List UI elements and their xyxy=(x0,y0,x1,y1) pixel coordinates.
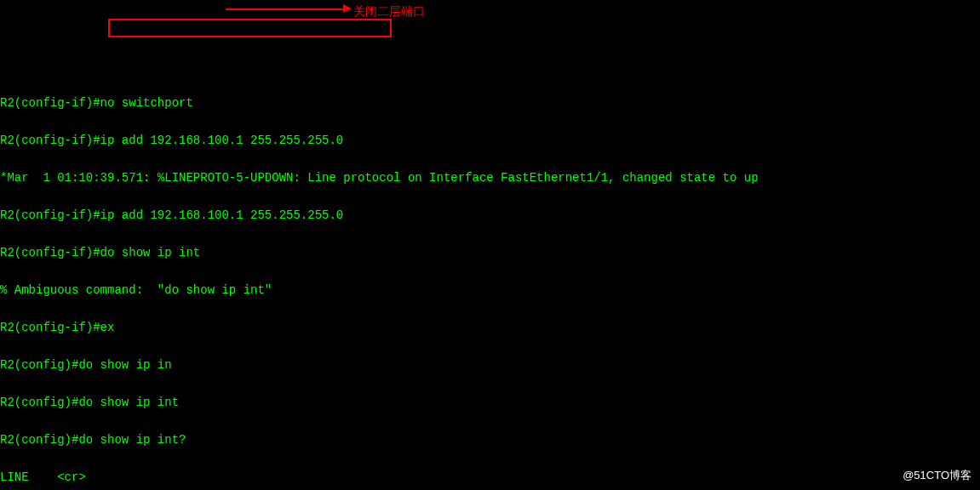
cli-line: % Ambiguous command: "do show ip int" xyxy=(0,281,980,299)
cli-line: *Mar 1 01:10:39.571: %LINEPROTO-5-UPDOWN… xyxy=(0,168,980,187)
cli-line: R2(config)#do show ip in xyxy=(0,356,980,374)
terminal-output: R2(config-if)#no switchport R2(config-if… xyxy=(0,75,980,490)
annotation-arrow-head xyxy=(343,4,352,13)
cli-line: LINE <cr> xyxy=(0,468,980,487)
cli-line: R2(config-if)#ex xyxy=(0,318,980,337)
annotation-highlight-box xyxy=(108,19,392,37)
watermark: @51CTO博客 xyxy=(903,466,971,485)
annotation-label: 关闭二层端口 xyxy=(353,2,425,20)
cli-line: R2(config-if)#ip add 192.168.100.1 255.2… xyxy=(0,131,980,150)
cli-line: R2(config-if)#ip add 192.168.100.1 255.2… xyxy=(0,206,980,225)
cli-line: R2(config-if)#do show ip int xyxy=(0,243,980,262)
annotation-arrow-line xyxy=(226,9,343,10)
cli-line: R2(config)#do show ip int? xyxy=(0,430,980,449)
cli-line: R2(config-if)#no switchport xyxy=(0,94,980,112)
cli-line: R2(config)#do show ip int xyxy=(0,393,980,412)
